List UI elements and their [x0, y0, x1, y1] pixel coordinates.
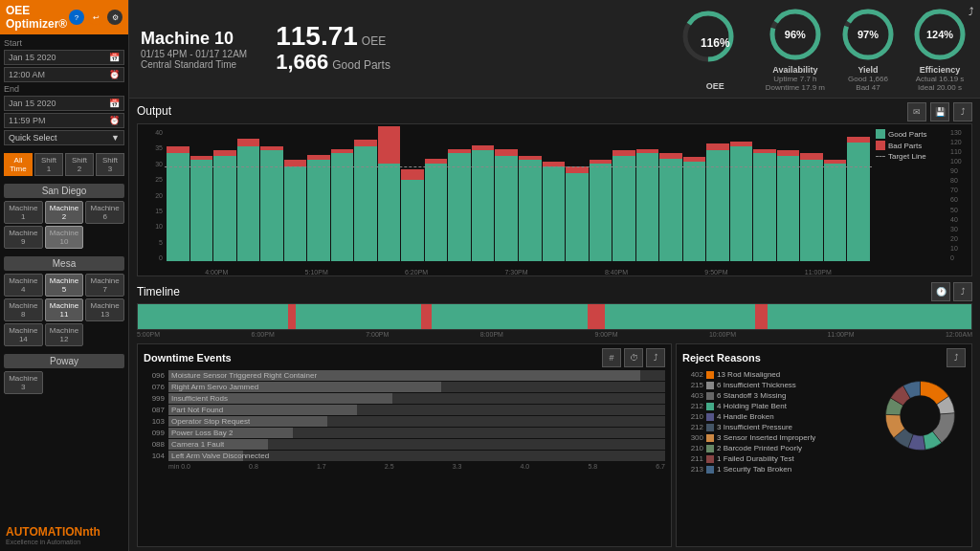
reject-item: 2124 Holding Plate Bent [682, 402, 869, 410]
downtime-code: 103 [144, 417, 165, 426]
machine-btn-14[interactable]: Machine14 [4, 323, 43, 346]
bar-group [730, 126, 753, 261]
reject-item: 2131 Security Tab Broken [682, 465, 869, 474]
reject-color [706, 424, 714, 431]
time-filter-shift1[interactable]: Shift1 [34, 153, 63, 176]
bar-group [636, 126, 659, 261]
downtime-bar-wrap: Left Arm Valve Disconnected [168, 451, 665, 461]
machine-btn-4[interactable]: Machine4 [4, 274, 43, 297]
good-parts-number: 1,666 [276, 50, 328, 75]
timeline-export-icon[interactable]: ⤴ [953, 282, 972, 301]
y-axis-right: 1301201101009080706050403020100 [948, 124, 971, 276]
bar-group [284, 126, 307, 261]
downtime-item: 103Operator Stop Request [144, 416, 665, 427]
timezone: Central Standard Time [141, 59, 247, 70]
reject-export-icon[interactable]: ⤴ [947, 348, 966, 367]
bar-group [612, 126, 635, 261]
machine-btn-13[interactable]: Machine13 [85, 298, 124, 321]
quick-select-label: Quick Select [9, 133, 57, 143]
bar-group [260, 126, 283, 261]
reject-item: 3003 Sensor Inserted Improperly [682, 433, 869, 442]
home-icon[interactable]: ↩ [88, 10, 103, 25]
bar-group [331, 126, 354, 261]
start-date-value: Jan 15 2020 [9, 53, 56, 62]
yield-gauge-value: 97% [858, 29, 879, 40]
reject-item: 2102 Barcode Printed Poorly [682, 444, 869, 452]
machine-btn-5[interactable]: Machine5 [45, 274, 84, 297]
reject-item: 2123 Insufficient Pressure [682, 423, 869, 431]
output-export-icon[interactable]: ⤴ [953, 102, 972, 121]
machine-btn-8[interactable]: Machine8 [4, 298, 43, 321]
downtime-item: 096Moisture Sensor Triggered Right Conta… [144, 370, 665, 381]
bar-good [401, 180, 424, 261]
bar-good [495, 156, 518, 261]
export-icon-top[interactable]: ⤴ [969, 6, 974, 17]
reject-label: 1 Security Tab Broken [717, 465, 791, 474]
bar-bad [706, 143, 729, 150]
downtime-bar-wrap: Insufficient Rods [168, 393, 665, 404]
chart-bars [165, 124, 872, 261]
downtime-bar-wrap: Moisture Sensor Triggered Right Containe… [168, 370, 665, 381]
machine-btn-7[interactable]: Machine7 [85, 274, 124, 297]
settings-icon[interactable]: ⚙ [107, 10, 122, 25]
machine-btn-1[interactable]: Machine1 [4, 201, 43, 224]
downtime-item: 087Part Not Found [144, 405, 665, 415]
machine-btn-12[interactable]: Machine12 [45, 323, 84, 346]
downtime-item: 088Camera 1 Fault [144, 439, 665, 450]
start-time-input[interactable]: 12:00 AM ⏰ [4, 67, 124, 82]
reject-color [706, 455, 714, 463]
machine-btn-10[interactable]: Machine10 [45, 226, 84, 249]
bar-group [237, 126, 260, 261]
availability-gauge: 96% Availability Uptime 7.7 h Downtime 1… [766, 6, 825, 92]
output-save-icon[interactable]: 💾 [930, 102, 949, 121]
bar-group [706, 126, 729, 261]
downtime-code: 096 [144, 371, 165, 380]
timeline-red-1 [288, 304, 297, 329]
legend-good-color [876, 129, 885, 139]
bar-good [777, 156, 800, 261]
bar-group [425, 126, 448, 261]
time-filter-shift2[interactable]: Shift2 [65, 153, 94, 176]
downtime-label: Insufficient Rods [171, 393, 228, 404]
bar-bad [378, 126, 401, 164]
legend-good-label: Good Parts [888, 130, 926, 139]
yield-gauge: 97% Yield Good 1,666 Bad 47 [839, 6, 897, 92]
end-date-input[interactable]: Jan 15 2020 📅 [4, 96, 124, 111]
date-range: 01/15 4PM - 01/17 12AM [141, 49, 247, 59]
downtime-code: 087 [144, 406, 165, 414]
oee-label: OEE [362, 34, 386, 48]
end-time-input[interactable]: 11:59 PM ⏰ [4, 113, 124, 128]
machine-btn-2[interactable]: Machine2 [45, 201, 84, 224]
machine-btn-11[interactable]: Machine11 [45, 298, 84, 321]
downtime-label: Operator Stop Request [171, 416, 250, 427]
timeline-clock-icon[interactable]: 🕐 [931, 282, 950, 301]
reject-label: 6 Insufficient Thickness [717, 381, 796, 389]
bar-good [543, 166, 566, 261]
quick-select-dropdown[interactable]: Quick Select ▼ [4, 130, 124, 145]
downtime-list: 096Moisture Sensor Triggered Right Conta… [144, 370, 665, 461]
bar-group [519, 126, 542, 261]
machine-btn-6[interactable]: Machine6 [85, 201, 124, 224]
bar-good [331, 153, 354, 261]
downtime-hash-icon[interactable]: # [602, 348, 621, 367]
bar-group [683, 126, 706, 261]
downtime-label: Camera 1 Fault [171, 439, 224, 450]
machine-btn-3[interactable]: Machine3 [4, 371, 43, 394]
reject-label: 2 Barcode Printed Poorly [717, 444, 802, 452]
start-date-input[interactable]: Jan 15 2020 📅 [4, 50, 124, 65]
downtime-clock-icon[interactable]: ⏱ [624, 348, 643, 367]
downtime-label: Right Arm Servo Jammed [171, 382, 258, 392]
output-email-icon[interactable]: ✉ [907, 102, 926, 121]
efficiency-actual: Actual 16.19 s [916, 75, 965, 83]
downtime-export-icon[interactable]: ⤴ [646, 348, 665, 367]
app-title: OEE Optimizer® [6, 4, 69, 31]
time-filter-shift3[interactable]: Shift3 [96, 153, 124, 176]
bar-group [167, 126, 189, 261]
reject-count: 402 [682, 370, 703, 379]
sidebar-header: OEE Optimizer® ? ↩ ⚙ [0, 0, 128, 34]
timeline-section: Timeline 🕐 ⤴ 5:00PM6:00PM7:00PM8:00PM9:0… [129, 280, 980, 340]
help-icon[interactable]: ? [69, 10, 84, 25]
time-filter-all[interactable]: AllTime [4, 153, 33, 176]
reject-count: 211 [682, 454, 703, 463]
machine-btn-9[interactable]: Machine9 [4, 226, 43, 249]
